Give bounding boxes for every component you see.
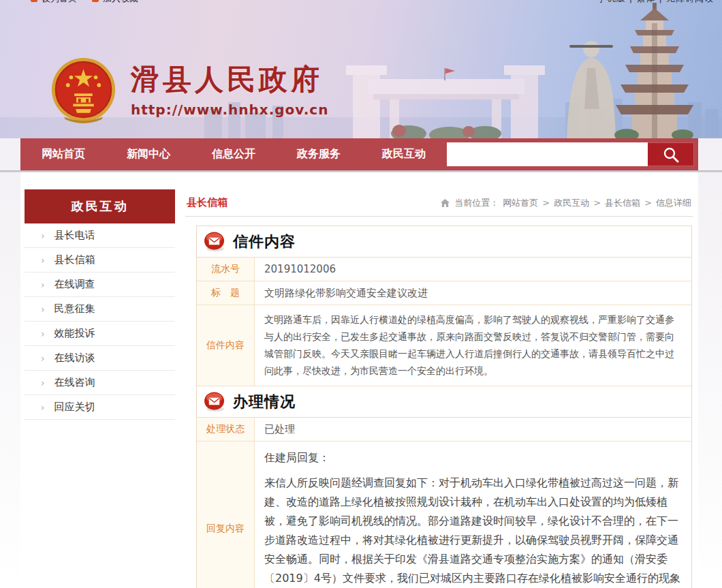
- handling-section-header: 办理情况: [197, 386, 691, 418]
- sidebar-item-county-mailbox[interactable]: › 县长信箱: [25, 248, 175, 273]
- sidebar-item-response-concerns[interactable]: › 回应关切: [25, 395, 175, 420]
- search-icon: [662, 146, 680, 164]
- sidebar-item-online-consultation[interactable]: › 在线咨询: [25, 371, 175, 395]
- bookmark-icon: [92, 0, 99, 2]
- topbar-right-links[interactable]: 手机版 | 繁体 | 无障碍阅读: [597, 0, 722, 5]
- sidebar-item-label: 在线调查: [54, 278, 95, 291]
- sidebar-item-label: 县长信箱: [54, 253, 95, 266]
- national-emblem-icon: [51, 57, 116, 123]
- reply-paragraph: 来信人所反映问题经调查回复如下：对于机动车出入口绿化带植被过高过这一问题，新建、…: [264, 474, 682, 588]
- nav-item-info[interactable]: 信息公开: [202, 147, 266, 161]
- handling-section-title: 办理情况: [233, 392, 296, 412]
- sidebar-item-label: 回应关切: [54, 401, 95, 414]
- topbar-link-label: 设为首页: [42, 0, 77, 5]
- topbar-link-favorite[interactable]: 加入收藏: [92, 0, 138, 5]
- sidebar: 政民互动 › 县长电话 › 县长信箱 › 在线调查 › 民意征集 › 效能投诉 …: [25, 189, 175, 420]
- breadcrumb-link-interaction[interactable]: 政民互动: [554, 197, 589, 209]
- breadcrumb-separator: >: [644, 198, 652, 208]
- table-row-letter-content: 信件内容 文明路通车后，因靠近人行横道处的绿植高度偏高，影响了驾驶人的观察视线，…: [197, 305, 691, 386]
- bookmark-icon: [31, 0, 37, 2]
- subject-label: 标 题: [197, 281, 255, 305]
- envelope-icon: [204, 232, 226, 252]
- reply-paragraph: 住建局回复：: [264, 448, 682, 467]
- table-row-subject: 标 题 文明路绿化带影响交通安全建议改进: [197, 281, 691, 305]
- sidebar-item-label: 效能投诉: [54, 327, 95, 340]
- breadcrumb-location-label: 当前位置：: [454, 197, 499, 209]
- chevron-right-icon: ›: [41, 304, 45, 315]
- site-title: 滑县人民政府: [131, 64, 328, 95]
- search-input[interactable]: [447, 142, 648, 166]
- sidebar-item-county-phone[interactable]: › 县长电话: [25, 223, 175, 248]
- status-badge: 已处理: [255, 418, 691, 441]
- status-label: 处理状态: [197, 418, 255, 441]
- breadcrumb-separator: >: [542, 198, 550, 208]
- letter-section-header: 信件内容: [197, 226, 691, 258]
- nav-item-news[interactable]: 新闻中心: [116, 147, 180, 161]
- chevron-right-icon: ›: [41, 377, 45, 388]
- sidebar-item-label: 县长电话: [54, 229, 95, 242]
- letter-content-label: 信件内容: [197, 305, 255, 386]
- breadcrumb-separator: >: [593, 198, 601, 208]
- home-icon: [440, 198, 450, 208]
- nav-item-interaction[interactable]: 政民互动: [372, 147, 436, 161]
- chevron-right-icon: ›: [41, 353, 45, 364]
- letter-detail-table: 信件内容 流水号 20191012006 标 题 文明路绿化带影响交通安全建议改…: [196, 226, 692, 588]
- sidebar-item-efficiency-complaint[interactable]: › 效能投诉: [25, 322, 175, 346]
- topbar-link-label: 加入收藏: [103, 0, 138, 5]
- nav-item-home[interactable]: 网站首页: [31, 147, 95, 161]
- serial-value: 20191012006: [255, 258, 691, 281]
- subject-value: 文明路绿化带影响交通安全建议改进: [255, 281, 691, 305]
- breadcrumb-bar: 县长信箱 当前位置： 网站首页 > 政民互动 > 县长信箱 > 信息详细: [185, 189, 693, 217]
- sidebar-item-label: 民意征集: [54, 303, 95, 315]
- search-button[interactable]: [648, 142, 694, 166]
- letter-section-title: 信件内容: [233, 232, 296, 252]
- reply-content: 住建局回复： 来信人所反映问题经调查回复如下：对于机动车出入口绿化带植被过高过这…: [255, 442, 691, 588]
- site-url[interactable]: http://www.hnhx.gov.cn: [131, 102, 328, 118]
- sidebar-item-label: 在线访谈: [54, 352, 95, 365]
- breadcrumb-current: 信息详细: [656, 197, 691, 209]
- nav-item-services[interactable]: 政务服务: [287, 147, 351, 161]
- nav-divider: [0, 170, 722, 172]
- sidebar-item-opinion-collection[interactable]: › 民意征集: [25, 297, 175, 322]
- table-row-status: 处理状态 已处理: [197, 418, 691, 442]
- letter-content-value: 文明路通车后，因靠近人行横道处的绿植高度偏高，影响了驾驶人的观察视线，严重影响了…: [255, 305, 691, 386]
- table-row-serial: 流水号 20191012006: [197, 258, 691, 281]
- chevron-right-icon: ›: [41, 402, 45, 413]
- topbar-link-home[interactable]: 设为首页: [31, 0, 77, 5]
- sidebar-item-online-survey[interactable]: › 在线调查: [25, 273, 175, 297]
- page-title: 县长信箱: [187, 196, 227, 209]
- table-row-reply: 回复内容 住建局回复： 来信人所反映问题经调查回复如下：对于机动车出入口绿化带植…: [197, 442, 691, 588]
- breadcrumb-link-mailbox[interactable]: 县长信箱: [605, 197, 640, 209]
- top-utility-bar: 设为首页 加入收藏 手机版 | 繁体 | 无障碍阅读: [0, 0, 722, 6]
- chevron-right-icon: ›: [41, 255, 45, 266]
- breadcrumb-link-home[interactable]: 网站首页: [503, 197, 538, 209]
- breadcrumb: 当前位置： 网站首页 > 政民互动 > 县长信箱 > 信息详细: [440, 197, 691, 209]
- main-navigation: 网站首页 新闻中心 信息公开 政务服务 政民互动 招商引资: [20, 138, 698, 170]
- chevron-right-icon: ›: [41, 328, 45, 339]
- serial-label: 流水号: [197, 258, 255, 281]
- sidebar-item-label: 在线咨询: [54, 376, 95, 389]
- sidebar-item-online-interview[interactable]: › 在线访谈: [25, 346, 175, 371]
- envelope-icon: [204, 392, 226, 412]
- site-brand: 滑县人民政府 http://www.hnhx.gov.cn: [51, 57, 328, 123]
- header-banner: 设为首页 加入收藏 手机版 | 繁体 | 无障碍阅读: [0, 0, 722, 138]
- main-content: 县长信箱 当前位置： 网站首页 > 政民互动 > 县长信箱 > 信息详细: [185, 189, 693, 588]
- chevron-right-icon: ›: [41, 279, 45, 290]
- reply-label: 回复内容: [197, 442, 255, 588]
- chevron-right-icon: ›: [41, 230, 45, 241]
- sidebar-title: 政民互动: [25, 189, 175, 223]
